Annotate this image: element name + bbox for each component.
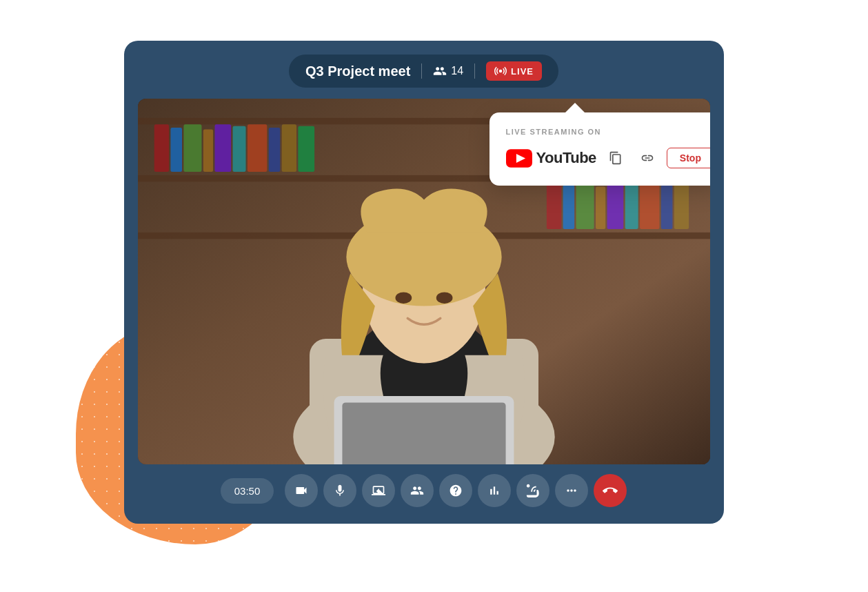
camera-button[interactable]: [285, 474, 318, 507]
camera-icon: [294, 484, 308, 497]
svg-rect-8: [183, 124, 201, 172]
svg-rect-16: [546, 181, 561, 229]
stats-button[interactable]: [478, 474, 511, 507]
stats-icon: [487, 484, 501, 497]
help-icon: [449, 484, 463, 497]
youtube-logo: YouTube: [506, 149, 596, 168]
participants-icon: [433, 64, 447, 78]
svg-rect-15: [298, 126, 314, 172]
youtube-text: YouTube: [536, 149, 596, 167]
controls-bar: 03:50: [138, 464, 710, 510]
popover-actions: Stop: [603, 146, 710, 170]
video-area: LIVE STREAMING ON YouTube: [138, 99, 710, 464]
svg-rect-24: [674, 181, 688, 229]
more-icon: [565, 484, 578, 497]
copy-button[interactable]: [603, 146, 628, 170]
svg-point-0: [499, 70, 503, 73]
live-streaming-popover: LIVE STREAMING ON YouTube: [489, 112, 710, 186]
microphone-button[interactable]: [323, 474, 356, 507]
svg-rect-21: [625, 184, 638, 229]
divider-1: [421, 63, 422, 79]
youtube-icon: [506, 149, 532, 168]
scene: Q3 Project meet 14 LIVE: [55, 27, 814, 565]
svg-rect-9: [203, 129, 212, 172]
svg-point-33: [395, 292, 412, 304]
participants-count: 14: [451, 65, 463, 77]
svg-rect-18: [576, 181, 594, 229]
svg-point-34: [436, 292, 452, 304]
reactions-icon: [525, 483, 541, 498]
help-button[interactable]: [439, 474, 472, 507]
link-button[interactable]: [635, 146, 660, 170]
svg-rect-6: [154, 124, 168, 172]
timer-display: 03:50: [221, 478, 274, 504]
end-call-icon: [603, 483, 618, 498]
divider-2: [474, 63, 475, 79]
svg-rect-22: [640, 181, 659, 229]
svg-rect-7: [170, 128, 182, 172]
svg-rect-12: [247, 124, 266, 172]
svg-rect-20: [607, 181, 623, 229]
copy-icon: [609, 151, 623, 165]
svg-rect-14: [281, 124, 296, 172]
popover-content: YouTube: [506, 146, 707, 170]
more-options-button[interactable]: [555, 474, 588, 507]
link-icon: [640, 151, 654, 165]
people-icon: [410, 484, 424, 497]
end-call-button[interactable]: [594, 474, 627, 507]
live-text: LIVE: [511, 66, 534, 77]
participants-button[interactable]: [401, 474, 434, 507]
svg-rect-19: [596, 186, 605, 229]
svg-rect-13: [268, 128, 280, 172]
svg-rect-17: [563, 185, 574, 229]
top-bar: Q3 Project meet 14 LIVE: [289, 55, 558, 88]
stop-button[interactable]: Stop: [667, 148, 710, 168]
svg-rect-11: [232, 126, 245, 172]
svg-rect-10: [214, 124, 231, 172]
video-conference-card: Q3 Project meet 14 LIVE: [124, 41, 724, 524]
meeting-title: Q3 Project meet: [305, 63, 410, 79]
svg-rect-31: [342, 402, 505, 464]
screen-share-icon: [372, 484, 385, 497]
participants-info: 14: [433, 64, 463, 78]
microphone-icon: [333, 484, 347, 497]
svg-rect-23: [660, 185, 672, 229]
screen-share-button[interactable]: [362, 474, 395, 507]
live-icon: [494, 65, 507, 77]
live-badge: LIVE: [486, 61, 542, 81]
reactions-button[interactable]: [516, 474, 549, 507]
streaming-label: LIVE STREAMING ON: [506, 128, 707, 136]
